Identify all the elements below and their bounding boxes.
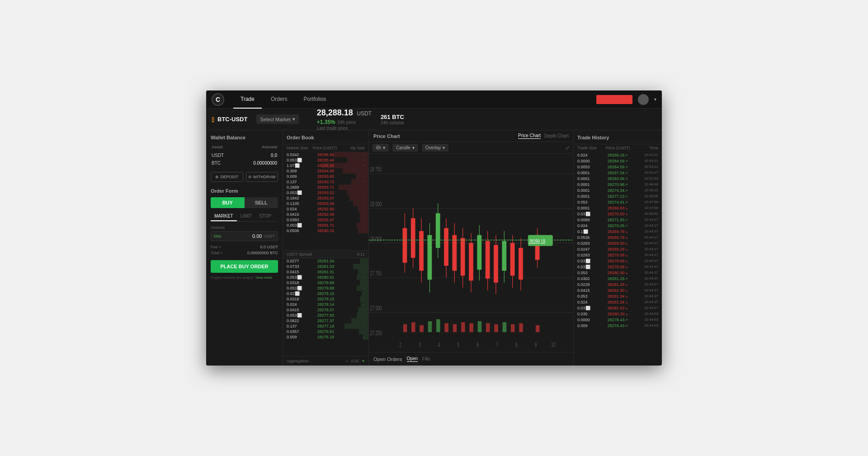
ob-bid-row[interactable]: 0.031828278.15- — [283, 296, 368, 302]
trade-time: 10:44:37 — [631, 253, 658, 257]
trade-price: 28268.18↗ — [604, 153, 632, 157]
svg-rect-65 — [486, 323, 490, 332]
ob-bid-row[interactable]: 0.053⬜28280.91- — [283, 275, 368, 280]
trade-price: 28279.08↘ — [604, 259, 632, 263]
trade-history-row: 0.03528280.20↘10:44:03 — [574, 311, 662, 317]
ob-ask-row[interactable]: 0.534228295.60- — [283, 152, 368, 157]
bid-size: 0.024 — [287, 302, 313, 307]
order-type-market[interactable]: MARKET — [211, 212, 237, 221]
bid-price: 28278.14 — [313, 302, 339, 307]
open-orders-tab-open[interactable]: Open — [407, 356, 418, 362]
order-type-stop[interactable]: STOP — [255, 212, 275, 221]
ask-price: 28291.71 — [313, 223, 339, 228]
aggregation-row: Aggregation − 0.01 + — [283, 356, 368, 366]
ob-bid-row[interactable]: 0.053⬜28279.88- — [283, 285, 368, 291]
trade-size: 0.024 — [577, 153, 604, 157]
trade-time: 10:53:12 — [631, 165, 658, 169]
col-price: Price (USDT) — [313, 146, 339, 150]
ob-ask-row[interactable]: 0.00928293.82- — [283, 174, 368, 179]
chart-type-button[interactable]: Candle ▾ — [392, 144, 418, 152]
trade-size: 0.03⬜ — [577, 259, 604, 263]
ob-ask-row[interactable]: 1.07⬜28295.00- — [283, 163, 368, 168]
trade-history-row: 0.005328284.59↗10:53:12 — [574, 164, 662, 170]
ob-bid-row[interactable]: 0.035728276.61- — [283, 329, 368, 334]
sell-tab[interactable]: SELL — [245, 197, 278, 208]
ob-bid-row[interactable]: 0.053⬜28277.92- — [283, 313, 368, 318]
place-order-button[interactable]: PLACE BUY ORDER — [211, 260, 278, 273]
ask-price: 28292.47 — [313, 218, 339, 222]
nav-tab-portfolios[interactable]: Portfolios — [297, 90, 334, 109]
svg-rect-64 — [478, 321, 482, 332]
balance-row-usdt: USDT 0.0 — [212, 152, 277, 159]
ob-ask-row[interactable]: 0.039328292.47- — [283, 217, 368, 223]
trade-price: 28279.08↘ — [604, 253, 632, 257]
ob-ask-row[interactable]: 0.053⬜28291.71- — [283, 223, 368, 228]
ob-ask-row[interactable]: 0.053⬜28293.52- — [283, 190, 368, 195]
buy-tab[interactable]: BUY — [211, 197, 245, 208]
avatar[interactable] — [638, 94, 649, 105]
aggregation-minus-button[interactable]: − — [345, 358, 348, 364]
ob-bid-row[interactable]: 0.00928276.16- — [283, 334, 368, 340]
ob-bid-row[interactable]: 0.041528281.01- — [283, 269, 368, 275]
deposit-button[interactable]: ⊕ DEPOSIT — [211, 172, 243, 182]
trade-history-row: 0.000028278.43↗10:44:03 — [574, 317, 662, 323]
trade-history-row: 0.030228281.29↗10:44:37 — [574, 276, 662, 281]
ob-ask-row[interactable]: 0.02428292.90- — [283, 206, 368, 212]
amount-input[interactable]: Max 0.00 USDT — [211, 231, 278, 241]
balance-row-btc: BTC 0.00000000 — [212, 160, 277, 166]
disclaimer: Crypto markets are unique. View more — [211, 276, 278, 280]
trade-time: 10:47:06 — [631, 206, 658, 210]
svg-rect-57 — [420, 325, 424, 332]
withdraw-button[interactable]: ⊖ WITHDRAW — [246, 172, 278, 182]
left-panel: Wallet Balance Asset Amount USDT 0.0 BTC — [206, 130, 283, 366]
trade-price: 28270.50↘ — [604, 212, 632, 216]
tab-price-chart[interactable]: Price Chart — [518, 133, 541, 139]
aggregation-plus-button[interactable]: + — [362, 358, 365, 364]
ob-ask-row[interactable]: 0.30928294.99- — [283, 168, 368, 174]
ask-price: 28293.06 — [313, 201, 339, 206]
btc-icon: ₿ — [212, 116, 215, 123]
trade-time: 10:53:21 — [631, 153, 658, 157]
trade-size: 0.009 — [577, 323, 604, 328]
ob-ask-row[interactable]: 0.13728293.72- — [283, 179, 368, 185]
trade-price: 28281.34↘ — [604, 294, 632, 299]
ob-bid-row[interactable]: 0.031828278.89- — [283, 280, 368, 285]
ob-ask-row[interactable]: 0.053⬜28295.44- — [283, 157, 368, 163]
order-type-limit[interactable]: LIMIT — [237, 212, 256, 221]
bid-price: 28281.03 — [313, 264, 339, 269]
svg-text:27 500: 27 500 — [370, 304, 382, 312]
ask-size: 0.024 — [287, 207, 313, 211]
ask-price: 28293.07 — [313, 196, 339, 200]
view-more-link[interactable]: View more — [255, 276, 273, 280]
ob-bid-row[interactable]: 0.027728281.04- — [283, 258, 368, 264]
ob-ask-row[interactable]: 0.041528292.49- — [283, 212, 368, 217]
ob-bid-row[interactable]: 0.02⬜28278.16- — [283, 291, 368, 296]
ob-ask-row[interactable]: 0.184228293.07- — [283, 195, 368, 201]
ask-size: 0.009 — [287, 174, 313, 179]
svg-rect-49 — [519, 248, 523, 280]
ob-ask-row[interactable]: 0.268928293.71- — [283, 185, 368, 190]
trade-price: 28281.29↗ — [604, 276, 632, 281]
ob-bid-row[interactable]: 0.073328281.03- — [283, 264, 368, 269]
nav-tab-trade[interactable]: Trade — [233, 90, 262, 109]
svg-rect-31 — [444, 228, 448, 266]
ob-ask-row[interactable]: 0.110528293.06- — [283, 201, 368, 206]
tab-depth-chart[interactable]: Depth Chart — [544, 133, 569, 138]
timeframe-button[interactable]: 6h ▾ — [373, 144, 389, 152]
nav-tab-orders[interactable]: Orders — [264, 90, 295, 109]
expand-button[interactable]: ⤢ — [565, 145, 570, 151]
open-orders-tab-fills[interactable]: Fills — [422, 356, 430, 361]
overlay-button[interactable]: Overlay ▾ — [422, 144, 448, 152]
ob-bid-row[interactable]: 0.082228277.37- — [283, 318, 368, 323]
select-market-button[interactable]: Select Market ▾ — [256, 114, 298, 124]
total-row: Total ≈ 0.00000000 BTC — [211, 251, 278, 255]
ob-bid-row[interactable]: 0.041528278.07- — [283, 307, 368, 313]
ob-bid-row[interactable]: 0.02428278.14- — [283, 302, 368, 307]
ob-ask-row[interactable]: 0.050628290.15- — [283, 228, 368, 233]
ob-bid-row[interactable]: 0.13728277.18- — [283, 323, 368, 329]
logo-icon: C — [212, 93, 224, 106]
trade-price: 28277.13↗ — [604, 194, 632, 199]
total-value: 0.00000000 BTC — [247, 251, 278, 255]
ask-size: 1.07⬜ — [287, 163, 313, 168]
top-nav: C Trade Orders Portfolios ▾ — [206, 90, 662, 109]
